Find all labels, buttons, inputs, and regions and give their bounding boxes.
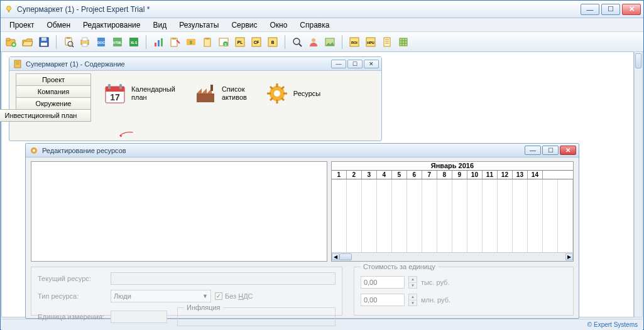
- menu-project[interactable]: Проект: [3, 19, 41, 31]
- day-col[interactable]: 3: [362, 171, 377, 179]
- res-max-button[interactable]: ☐: [542, 146, 559, 155]
- day-col[interactable]: 7: [422, 171, 437, 179]
- svg-text:$: $: [190, 40, 192, 45]
- svg-text:ROI: ROI: [351, 41, 357, 45]
- calendar-grid[interactable]: Январь 2016 1 2 3 4 5 6 7 8 9 10 11 12 1…: [331, 161, 574, 262]
- resource-list[interactable]: [31, 161, 327, 262]
- item-calendar-plan[interactable]: 17 Календарный план: [104, 82, 175, 105]
- diskette-icon[interactable]: [37, 35, 51, 49]
- uom-field[interactable]: [111, 311, 167, 323]
- contents-titlebar[interactable]: Супермаркет (1) - Содержание — ☐ ✕: [9, 57, 381, 71]
- magnifier-paste-icon[interactable]: [62, 35, 75, 49]
- day-col[interactable]: 5: [392, 171, 407, 179]
- money-table-icon[interactable]: $: [217, 35, 231, 49]
- grid-icon[interactable]: [396, 35, 410, 49]
- day-col[interactable]: 1: [332, 171, 347, 179]
- scroll-left-icon[interactable]: ◀: [332, 253, 339, 260]
- grid-horizontal-scrollbar[interactable]: ◀ ▶: [332, 252, 573, 261]
- printer-icon[interactable]: [78, 35, 92, 49]
- unit-cost-legend: Стоимость за единицу: [361, 263, 438, 270]
- svg-rect-49: [384, 38, 390, 46]
- svg-point-82: [33, 149, 35, 152]
- main-min-button[interactable]: —: [581, 4, 599, 15]
- day-col[interactable]: 9: [452, 171, 467, 179]
- folder-add-icon[interactable]: [4, 35, 18, 49]
- resource-type-combo[interactable]: Люди ▼: [111, 290, 211, 302]
- svg-text:HPU: HPU: [367, 41, 374, 45]
- svg-line-11: [72, 46, 74, 47]
- menu-window[interactable]: Окно: [263, 19, 293, 31]
- contents-close-button[interactable]: ✕: [364, 60, 379, 68]
- hpu-icon[interactable]: HPU: [364, 35, 378, 49]
- contents-window: Супермаркет (1) - Содержание — ☐ ✕ Проек…: [9, 56, 382, 141]
- uom-label: Единица измерения:: [38, 313, 107, 321]
- grid-body[interactable]: [332, 179, 573, 252]
- day-col[interactable]: 14: [528, 171, 543, 179]
- clipboard-pencil-icon[interactable]: [168, 35, 182, 49]
- roi-icon[interactable]: ROI: [347, 35, 361, 49]
- resource-editor-titlebar[interactable]: Редактирование ресурсов — ☐ ✕: [26, 144, 579, 157]
- picture-icon[interactable]: [323, 35, 337, 49]
- tab-environment[interactable]: Окружение: [16, 97, 91, 110]
- html-icon[interactable]: HTML: [111, 35, 124, 49]
- day-col[interactable]: 8: [437, 171, 452, 179]
- scroll-right-icon[interactable]: ▶: [565, 253, 573, 260]
- spinner-1[interactable]: ▲▼: [408, 276, 417, 289]
- contents-max-button[interactable]: ☐: [347, 60, 363, 68]
- main-close-button[interactable]: ✕: [622, 4, 641, 15]
- xls-icon[interactable]: XLS: [127, 35, 141, 49]
- menu-view[interactable]: Вид: [146, 19, 173, 31]
- bq-icon[interactable]: В: [266, 35, 280, 49]
- day-col[interactable]: 4: [377, 171, 392, 179]
- toolbar: DOC HTML XLS $ $ PL CF В ROI HPU: [1, 32, 643, 52]
- tab-project[interactable]: Проект: [16, 73, 91, 86]
- res-min-button[interactable]: —: [525, 146, 541, 155]
- svg-rect-6: [41, 38, 46, 41]
- svg-rect-22: [158, 40, 160, 46]
- chart-icon[interactable]: [151, 35, 165, 49]
- svg-marker-67: [197, 88, 202, 93]
- res-close-button[interactable]: ✕: [560, 146, 576, 155]
- rate-money-icon[interactable]: $: [184, 35, 198, 49]
- item-assets-list[interactable]: Список активов: [194, 82, 247, 105]
- brand-link[interactable]: © Expert Systems: [587, 321, 638, 328]
- svg-line-41: [299, 44, 302, 46]
- item-label: план: [131, 93, 175, 102]
- current-resource-field[interactable]: [111, 272, 336, 285]
- no-vat-checkbox[interactable]: ✓ Без НДС: [215, 292, 253, 300]
- clipboard-icon[interactable]: [200, 35, 214, 49]
- svg-point-44: [327, 40, 329, 41]
- folder-open-icon[interactable]: [21, 35, 35, 49]
- day-col[interactable]: 11: [483, 171, 498, 179]
- cost-million-field[interactable]: 0,00: [361, 294, 405, 306]
- zoom-icon[interactable]: [290, 35, 304, 49]
- main-max-button[interactable]: ☐: [601, 4, 620, 15]
- doc-icon[interactable]: DOC: [94, 35, 108, 49]
- menu-exchange[interactable]: Обмен: [41, 19, 77, 31]
- spinner-2[interactable]: ▲▼: [408, 294, 417, 306]
- inflation-legend: Инфляция: [184, 304, 223, 311]
- item-resources[interactable]: Ресурсы: [266, 82, 320, 105]
- day-col[interactable]: 10: [467, 171, 483, 179]
- pl-icon[interactable]: PL: [233, 35, 247, 49]
- day-col[interactable]: 13: [513, 171, 528, 179]
- cf-icon[interactable]: CF: [249, 35, 263, 49]
- menu-edit[interactable]: Редактирование: [77, 19, 146, 31]
- person-icon[interactable]: [307, 35, 320, 49]
- svg-rect-23: [161, 38, 163, 46]
- menu-service[interactable]: Сервис: [225, 19, 263, 31]
- cost-thousand-field[interactable]: 0,00: [361, 276, 405, 289]
- main-vertical-scrollbar[interactable]: [634, 51, 643, 317]
- day-col[interactable]: 2: [347, 171, 362, 179]
- tab-investment-plan[interactable]: Инвестиционный план: [0, 109, 91, 122]
- svg-point-40: [293, 38, 300, 45]
- main-titlebar[interactable]: Супермаркет (1) - Project Expert Trial *…: [1, 1, 643, 18]
- svg-text:XLS: XLS: [131, 41, 138, 45]
- sheet-icon[interactable]: [380, 35, 394, 49]
- day-col[interactable]: 6: [407, 171, 422, 179]
- day-col[interactable]: 12: [498, 171, 513, 179]
- menu-results[interactable]: Результаты: [173, 19, 225, 31]
- tab-company[interactable]: Компания: [16, 85, 91, 98]
- contents-min-button[interactable]: —: [331, 60, 346, 68]
- menu-help[interactable]: Справка: [293, 19, 336, 31]
